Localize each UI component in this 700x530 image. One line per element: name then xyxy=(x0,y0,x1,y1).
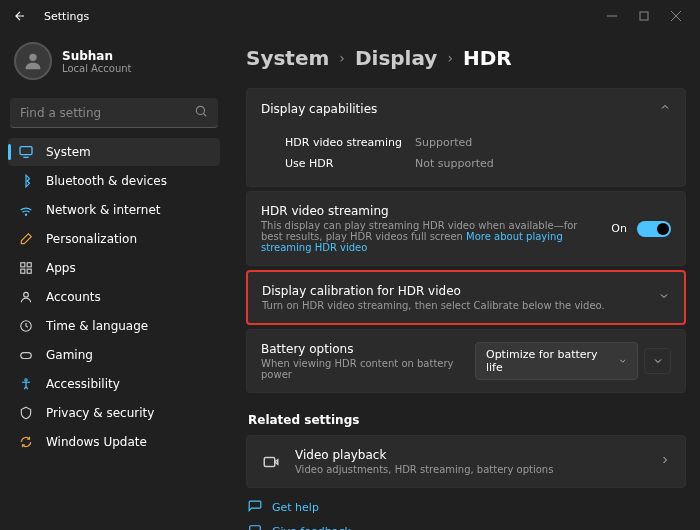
breadcrumb-hdr: HDR xyxy=(463,46,512,70)
sidebar-item-network[interactable]: Network & internet xyxy=(8,196,220,224)
search-box[interactable] xyxy=(10,98,218,128)
chevron-down-icon xyxy=(658,290,670,305)
hdr-streaming-card: HDR video streaming This display can pla… xyxy=(246,191,686,266)
profile-account: Local Account xyxy=(62,63,131,74)
footer-links: Get help Give feedback xyxy=(246,488,686,530)
chevron-right-icon: › xyxy=(339,50,345,66)
back-button[interactable] xyxy=(8,4,32,28)
card-description: This display can play streaming HDR vide… xyxy=(261,220,601,253)
close-button[interactable] xyxy=(660,4,692,28)
avatar xyxy=(14,42,52,80)
breadcrumb-system[interactable]: System xyxy=(246,46,329,70)
give-feedback-link[interactable]: Give feedback xyxy=(248,524,684,530)
related-item-title: Video playback xyxy=(295,448,645,462)
video-icon xyxy=(261,452,281,472)
svg-point-17 xyxy=(25,379,27,381)
calibration-card: Display calibration for HDR video Turn o… xyxy=(246,270,686,325)
card-title: Display capabilities xyxy=(261,102,377,116)
svg-point-4 xyxy=(29,54,36,61)
svg-rect-12 xyxy=(21,269,25,273)
link-text: Get help xyxy=(272,501,319,514)
battery-dropdown[interactable]: Optimize for battery life xyxy=(475,342,638,380)
profile[interactable]: Subhan Local Account xyxy=(8,32,220,94)
sidebar-item-bluetooth[interactable]: Bluetooth & devices xyxy=(8,167,220,195)
card-title: HDR video streaming xyxy=(261,204,601,218)
svg-rect-1 xyxy=(640,12,648,20)
related-settings-heading: Related settings xyxy=(246,397,686,435)
battery-header: Battery options When viewing HDR content… xyxy=(247,330,685,392)
card-description: Turn on HDR video streaming, then select… xyxy=(262,300,658,311)
svg-line-6 xyxy=(203,113,206,116)
battery-expand-button[interactable] xyxy=(644,348,671,374)
minimize-button[interactable] xyxy=(596,4,628,28)
sidebar-item-label: Network & internet xyxy=(46,203,161,217)
chevron-down-icon xyxy=(618,356,627,366)
search-icon xyxy=(194,104,208,121)
bluetooth-icon xyxy=(18,173,34,189)
hdr-streaming-header: HDR video streaming This display can pla… xyxy=(247,192,685,265)
capability-value: Supported xyxy=(415,136,472,149)
sidebar-item-privacy[interactable]: Privacy & security xyxy=(8,399,220,427)
chevron-right-icon: › xyxy=(447,50,453,66)
search-input[interactable] xyxy=(20,106,194,120)
sidebar-item-accessibility[interactable]: Accessibility xyxy=(8,370,220,398)
sidebar-item-apps[interactable]: Apps xyxy=(8,254,220,282)
network-icon xyxy=(18,202,34,218)
sidebar-item-personalization[interactable]: Personalization xyxy=(8,225,220,253)
svg-rect-13 xyxy=(27,269,31,273)
chevron-up-icon xyxy=(659,101,671,116)
dropdown-value: Optimize for battery life xyxy=(486,348,610,374)
svg-rect-10 xyxy=(21,263,25,267)
person-icon xyxy=(18,289,34,305)
svg-rect-7 xyxy=(20,147,32,155)
profile-name: Subhan xyxy=(62,49,131,63)
apps-icon xyxy=(18,260,34,276)
sidebar-item-system[interactable]: System xyxy=(8,138,220,166)
display-capabilities-header[interactable]: Display capabilities xyxy=(247,89,685,128)
svg-point-14 xyxy=(24,292,29,297)
help-icon xyxy=(248,500,262,514)
sidebar-item-label: Time & language xyxy=(46,319,148,333)
sidebar-item-gaming[interactable]: Gaming xyxy=(8,341,220,369)
toggle-label: On xyxy=(611,222,627,235)
capability-label: Use HDR xyxy=(285,157,415,170)
sidebar-item-label: Apps xyxy=(46,261,76,275)
accessibility-icon xyxy=(18,376,34,392)
maximize-button[interactable] xyxy=(628,4,660,28)
related-item-desc: Video adjustments, HDR streaming, batter… xyxy=(295,464,645,475)
hdr-streaming-toggle[interactable] xyxy=(637,221,671,237)
shield-icon xyxy=(18,405,34,421)
display-capabilities-card: Display capabilities HDR video streaming… xyxy=(246,88,686,187)
sidebar: Subhan Local Account System Bluetooth & … xyxy=(0,32,228,530)
gamepad-icon xyxy=(18,347,34,363)
chevron-down-icon xyxy=(652,355,664,367)
calibration-header[interactable]: Display calibration for HDR video Turn o… xyxy=(248,272,684,323)
sidebar-item-accounts[interactable]: Accounts xyxy=(8,283,220,311)
capability-label: HDR video streaming xyxy=(285,136,415,149)
card-description: When viewing HDR content on battery powe… xyxy=(261,358,475,380)
link-text: Give feedback xyxy=(272,525,351,531)
breadcrumb: System › Display › HDR xyxy=(246,32,686,88)
capability-row: HDR video streaming Supported xyxy=(261,132,671,153)
card-title: Display calibration for HDR video xyxy=(262,284,658,298)
card-title: Battery options xyxy=(261,342,475,356)
get-help-link[interactable]: Get help xyxy=(248,500,684,514)
clock-icon xyxy=(18,318,34,334)
sidebar-item-time[interactable]: Time & language xyxy=(8,312,220,340)
svg-rect-11 xyxy=(27,263,31,267)
sidebar-item-update[interactable]: Windows Update xyxy=(8,428,220,456)
chevron-right-icon xyxy=(659,454,671,469)
svg-rect-19 xyxy=(250,526,261,530)
sidebar-item-label: Gaming xyxy=(46,348,93,362)
sidebar-item-label: Privacy & security xyxy=(46,406,154,420)
battery-options-card: Battery options When viewing HDR content… xyxy=(246,329,686,393)
sidebar-item-label: System xyxy=(46,145,91,159)
video-playback-link[interactable]: Video playback Video adjustments, HDR st… xyxy=(246,435,686,488)
capabilities-body: HDR video streaming Supported Use HDR No… xyxy=(247,128,685,186)
svg-rect-16 xyxy=(21,353,32,359)
svg-point-9 xyxy=(25,214,26,215)
titlebar: Settings xyxy=(0,0,700,32)
nav: System Bluetooth & devices Network & int… xyxy=(8,138,220,456)
capability-row: Use HDR Not supported xyxy=(261,153,671,174)
breadcrumb-display[interactable]: Display xyxy=(355,46,437,70)
